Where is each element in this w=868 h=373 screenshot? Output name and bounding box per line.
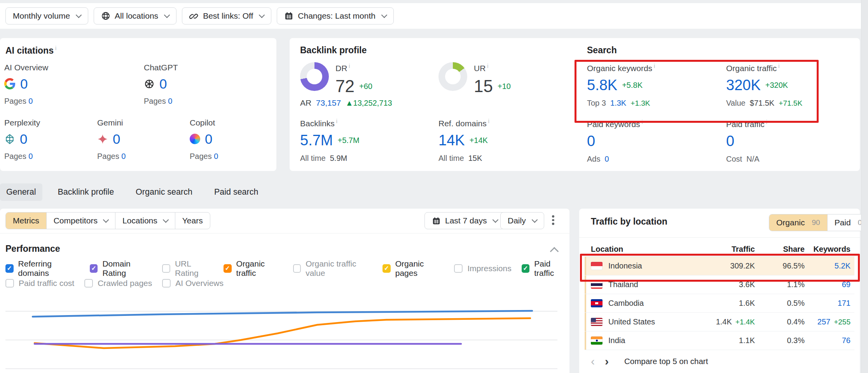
tab-paid-search[interactable]: Paid search (208, 183, 265, 201)
keywords-link[interactable]: 5.2K (835, 261, 851, 270)
date-range-dropdown[interactable]: Last 7 days (424, 212, 505, 229)
checkbox-referring-domains[interactable]: ✓Referring domains (5, 259, 80, 278)
vertical-scrollbar[interactable] (861, 0, 868, 373)
perplexity-pages-link[interactable]: 0 (28, 152, 33, 160)
ur-delta: +10 (498, 82, 511, 91)
gemini-count[interactable]: 0 (113, 132, 120, 146)
indonesia-flag-icon (591, 262, 603, 270)
ref-domains-value-link[interactable]: 14K (438, 133, 465, 148)
ai-overview-count[interactable]: 0 (20, 77, 28, 91)
segment-competitors[interactable]: Competitors (46, 213, 115, 229)
chevron-down-icon (531, 216, 538, 223)
ar-row: AR 73,157 ▲13,252,713 (300, 98, 392, 108)
checkbox-organic-traffic-value[interactable]: ✓Organic traffic value (293, 259, 373, 278)
performance-title: Performance (5, 244, 60, 254)
tab-organic-search[interactable]: Organic search (129, 183, 199, 201)
chevron-down-icon (163, 216, 169, 223)
info-icon[interactable]: i (654, 63, 655, 69)
checkbox-impressions[interactable]: ✓Impressions (454, 264, 511, 273)
toggle-organic[interactable]: Organic90 (769, 214, 827, 231)
ads-link[interactable]: 0 (605, 155, 609, 163)
info-icon[interactable]: i (349, 63, 350, 69)
checkbox-organic-pages[interactable]: ✓Organic pages (382, 259, 444, 278)
organic-traffic-value-link[interactable]: 320K (726, 78, 761, 92)
info-icon[interactable]: i (488, 118, 489, 124)
organic-keywords-value-link[interactable]: 5.8K (587, 78, 617, 92)
organic-keywords-tile: Organic keywordsi 5.8K+5.8K Top 3 1.3K +… (587, 63, 655, 108)
chatgpt-pages-link[interactable]: 0 (168, 97, 172, 105)
date-range-label: Last 7 days (445, 216, 487, 225)
table-row-cambodia[interactable]: Cambodia 1.6K 0.5% 171 (585, 294, 854, 313)
checkbox-url-rating[interactable]: ✓URL Rating (162, 259, 213, 278)
info-icon[interactable]: i (642, 119, 643, 125)
keywords-link[interactable]: 171 (838, 299, 851, 308)
checkbox-paid-traffic[interactable]: ✓Paid traffic (522, 259, 569, 278)
info-icon[interactable]: i (55, 45, 56, 51)
more-options-kebab-icon[interactable] (547, 215, 559, 227)
table-row-united-states[interactable]: United States 1.4K+1.4K 0.4% 257+255 (585, 313, 854, 331)
paid-traffic-tile: Paid traffici 0 Cost N/A (726, 119, 767, 164)
column-keywords[interactable]: Keywords (805, 245, 851, 254)
ai-overview-pages-link[interactable]: 0 (28, 97, 33, 105)
info-icon[interactable]: i (487, 63, 488, 69)
checkbox-icon: ✓ (162, 279, 171, 288)
segment-metrics[interactable]: Metrics (6, 213, 46, 229)
locations-dropdown[interactable]: All locations (94, 7, 176, 24)
paid-keywords-tile: Paid keywordsi 0 Ads 0 (587, 119, 643, 164)
calendar-icon (284, 11, 293, 21)
table-row-thailand[interactable]: Thailand 3.6K 1.1% 69 (585, 275, 854, 294)
pager-next-icon[interactable]: › (605, 356, 609, 367)
backlinks-tile: Backlinksi 5.7M+5.7M All time 5.9M (300, 118, 360, 163)
compare-top5-label[interactable]: Compare top 5 on chart (624, 357, 708, 366)
google-icon (4, 78, 16, 89)
checkbox-crawled-pages[interactable]: ✓Crawled pages (84, 279, 152, 288)
info-icon[interactable]: i (336, 118, 337, 124)
changes-dropdown[interactable]: Changes: Last month (277, 7, 394, 24)
checkbox-organic-traffic[interactable]: ✓Organic traffic (224, 259, 283, 278)
united-states-flag-icon (591, 318, 603, 326)
backlinks-value-link[interactable]: 5.7M (300, 133, 333, 148)
tab-backlink-profile[interactable]: Backlink profile (52, 183, 121, 201)
info-icon[interactable]: i (766, 119, 767, 125)
table-row-india[interactable]: India 1.1K 0.3% 76 (585, 331, 854, 350)
location-table-body: Indonesia 309.2K 96.5% 5.2K Thailand 3.6… (585, 257, 854, 350)
chatgpt-count[interactable]: 0 (159, 77, 167, 91)
paid-traffic-value-link[interactable]: 0 (726, 134, 734, 148)
paid-keywords-value-link[interactable]: 0 (587, 134, 595, 148)
top3-link[interactable]: 1.3K (610, 99, 626, 107)
column-traffic[interactable]: Traffic (689, 245, 755, 254)
backlink-profile-title: Backlink profile (300, 45, 367, 56)
metric-checkbox-row-1: ✓Referring domains ✓Domain Rating ✓URL R… (5, 259, 569, 278)
perplexity-tile: Perplexity 0 Pages 0 (4, 118, 40, 161)
best-links-dropdown[interactable]: Best links: Off (182, 7, 271, 24)
checkbox-icon: ✓ (293, 264, 301, 273)
view-segmented-control: Metrics Competitors Locations Years (5, 212, 210, 229)
performance-line-chart[interactable] (5, 296, 557, 373)
granularity-dropdown[interactable]: Daily (500, 212, 544, 229)
checkbox-ai-overviews[interactable]: ✓AI Overviews (162, 279, 224, 288)
collapse-chevron-up-icon[interactable] (550, 247, 559, 256)
column-share[interactable]: Share (755, 245, 805, 254)
keywords-link[interactable]: 257 (817, 317, 830, 326)
keywords-link[interactable]: 69 (842, 280, 851, 289)
pager-prev-icon[interactable]: ‹ (591, 356, 595, 367)
gemini-pages-link[interactable]: 0 (121, 152, 126, 160)
checkbox-domain-rating[interactable]: ✓Domain Rating (90, 259, 152, 278)
segment-locations[interactable]: Locations (115, 213, 175, 229)
keywords-link[interactable]: 76 (842, 336, 851, 345)
table-row-indonesia[interactable]: Indonesia 309.2K 96.5% 5.2K (585, 257, 854, 275)
monthly-volume-dropdown[interactable]: Monthly volume (5, 7, 88, 24)
column-location[interactable]: Location (591, 245, 689, 254)
ar-value-link[interactable]: 73,157 (316, 98, 341, 107)
segment-years[interactable]: Years (175, 213, 210, 229)
dr-delta: +60 (359, 82, 372, 91)
checkbox-paid-traffic-cost[interactable]: ✓Paid traffic cost (5, 279, 74, 288)
monthly-volume-label: Monthly volume (13, 11, 70, 21)
tab-general[interactable]: General (0, 183, 42, 201)
organic-traffic-tile: Organic traffici 320K+320K Value $71.5K … (726, 63, 802, 108)
ai-citations-title: AI citationsi (5, 45, 56, 56)
perplexity-count[interactable]: 0 (20, 132, 27, 146)
copilot-pages-link[interactable]: 0 (214, 152, 218, 160)
copilot-count[interactable]: 0 (205, 132, 212, 146)
info-icon[interactable]: i (778, 63, 779, 69)
